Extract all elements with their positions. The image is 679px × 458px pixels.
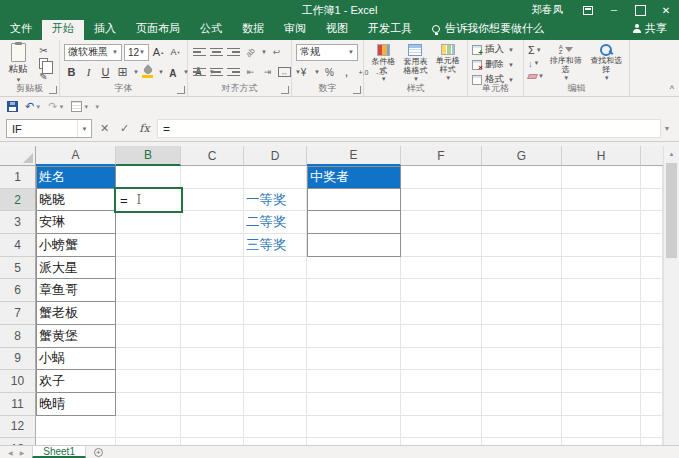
maximize-button[interactable] xyxy=(627,0,653,20)
underline-button[interactable]: U xyxy=(98,64,113,80)
cell-A11[interactable]: 晚晴 xyxy=(36,393,116,416)
currency-format-button[interactable] xyxy=(296,64,311,80)
align-right-button[interactable] xyxy=(226,64,241,80)
align-center-button[interactable] xyxy=(209,64,224,80)
cell-H3[interactable] xyxy=(562,211,641,234)
cell-B5[interactable] xyxy=(116,257,181,280)
cell-H1[interactable] xyxy=(562,166,641,189)
cell-E8[interactable] xyxy=(307,325,401,348)
insert-cells-button[interactable]: 插入▼ xyxy=(472,43,519,56)
col-header-C[interactable]: C xyxy=(181,146,244,166)
ribbon-display-options-button[interactable] xyxy=(575,0,601,20)
cell-B6[interactable] xyxy=(116,279,181,302)
cell-G7[interactable] xyxy=(482,302,562,325)
formula-input[interactable]: = xyxy=(157,119,661,138)
col-header-B[interactable]: B xyxy=(116,146,181,166)
cell-B12[interactable] xyxy=(116,416,181,439)
cell-F11[interactable] xyxy=(401,393,482,416)
cell-E10[interactable] xyxy=(307,370,401,393)
prev-sheet-icon[interactable]: ◀ xyxy=(8,449,13,456)
cell-A12[interactable] xyxy=(36,416,116,439)
clear-button[interactable]: ▼ xyxy=(528,70,544,82)
cell-C5[interactable] xyxy=(181,257,244,280)
cell-B1[interactable] xyxy=(116,166,181,189)
vertical-scrollbar[interactable]: ▲ xyxy=(663,146,679,445)
cell-B3[interactable] xyxy=(116,211,181,234)
row-header-3[interactable]: 3 xyxy=(0,211,36,234)
customize-qat-button[interactable]: ▼ xyxy=(94,104,100,110)
row-header-10[interactable]: 10 xyxy=(0,370,36,393)
cell-F3[interactable] xyxy=(401,211,482,234)
cell-E13[interactable] xyxy=(307,438,401,445)
comma-format-button[interactable] xyxy=(339,64,354,80)
collapse-ribbon-button[interactable] xyxy=(670,84,674,94)
cell-D10[interactable] xyxy=(244,370,307,393)
tab-审阅[interactable]: 审阅 xyxy=(274,18,316,40)
delete-cells-button[interactable]: 删除▼ xyxy=(472,58,519,71)
cell-G9[interactable] xyxy=(482,348,562,371)
close-button[interactable] xyxy=(653,0,679,20)
row-header-11[interactable]: 11 xyxy=(0,393,36,416)
cell-D3[interactable]: 二等奖 xyxy=(244,211,307,234)
paste-button[interactable]: 粘贴 ▼ xyxy=(4,43,32,83)
col-header-D[interactable]: D xyxy=(244,146,307,166)
cell-D9[interactable] xyxy=(244,348,307,371)
cell-H4[interactable] xyxy=(562,234,641,257)
cell-G10[interactable] xyxy=(482,370,562,393)
cell-C7[interactable] xyxy=(181,302,244,325)
cell-F10[interactable] xyxy=(401,370,482,393)
row-header-1[interactable]: 1 xyxy=(0,166,36,189)
cell-H13[interactable] xyxy=(562,438,641,445)
cell-G8[interactable] xyxy=(482,325,562,348)
cell-G2[interactable] xyxy=(482,189,562,212)
cell-G6[interactable] xyxy=(482,279,562,302)
row-header-2[interactable]: 2 xyxy=(0,189,36,212)
tab-开发工具[interactable]: 开发工具 xyxy=(358,18,422,40)
fill-button[interactable]: ▼ xyxy=(528,57,544,69)
qat-extra-button[interactable]: ▼ xyxy=(69,101,91,112)
row-header-13[interactable]: 13 xyxy=(0,438,36,445)
percent-format-button[interactable] xyxy=(322,64,337,80)
cell-C1[interactable] xyxy=(181,166,244,189)
cell-E7[interactable] xyxy=(307,302,401,325)
cell-D2[interactable]: 一等奖 xyxy=(244,189,307,212)
col-header-F[interactable]: F xyxy=(401,146,482,166)
new-sheet-button[interactable]: + xyxy=(86,446,111,458)
format-as-table-button[interactable]: 套用表格格式 ▼ xyxy=(400,43,430,84)
cell-D11[interactable] xyxy=(244,393,307,416)
find-select-button[interactable]: 查找和选择 ▼ xyxy=(587,43,625,83)
active-cell-editor[interactable]: =I xyxy=(114,187,183,214)
minimize-button[interactable] xyxy=(601,0,627,20)
alignment-dialog-launcher[interactable] xyxy=(281,86,289,94)
cell-G12[interactable] xyxy=(482,416,562,439)
cell-B4[interactable] xyxy=(116,234,181,257)
cell-H2[interactable] xyxy=(562,189,641,212)
cell-A5[interactable]: 派大星 xyxy=(36,257,116,280)
row-header-8[interactable]: 8 xyxy=(0,325,36,348)
font-size-combo[interactable]: 12▼ xyxy=(124,44,149,61)
tab-文件[interactable]: 文件 xyxy=(0,18,42,40)
col-header-A[interactable]: A xyxy=(36,146,116,166)
undo-button[interactable]: ↶▼ xyxy=(23,100,43,113)
cell-F13[interactable] xyxy=(401,438,482,445)
cell-A7[interactable]: 蟹老板 xyxy=(36,302,116,325)
cell-A13[interactable] xyxy=(36,438,116,445)
font-color-button[interactable] xyxy=(166,64,180,80)
italic-button[interactable]: I xyxy=(81,64,96,80)
wrap-text-button[interactable] xyxy=(269,44,284,60)
col-header-G[interactable]: G xyxy=(482,146,562,166)
autosum-button[interactable]: ▼ xyxy=(528,44,544,56)
cell-E6[interactable] xyxy=(307,279,401,302)
cell-F1[interactable] xyxy=(401,166,482,189)
cell-D5[interactable] xyxy=(244,257,307,280)
cell-A8[interactable]: 蟹黄堡 xyxy=(36,325,116,348)
conditional-formatting-button[interactable]: 条件格式 ▼ xyxy=(368,43,398,84)
sort-filter-button[interactable]: A Z 排序和筛选 ▼ xyxy=(547,43,585,83)
cell-E5[interactable] xyxy=(307,257,401,280)
align-bottom-button[interactable] xyxy=(226,44,241,60)
expand-formula-bar-icon[interactable]: ▼ xyxy=(661,125,673,132)
enter-entry-button[interactable]: ✓ xyxy=(115,119,134,138)
orientation-button[interactable] xyxy=(243,44,258,60)
cell-F7[interactable] xyxy=(401,302,482,325)
select-all-corner[interactable] xyxy=(0,146,36,166)
